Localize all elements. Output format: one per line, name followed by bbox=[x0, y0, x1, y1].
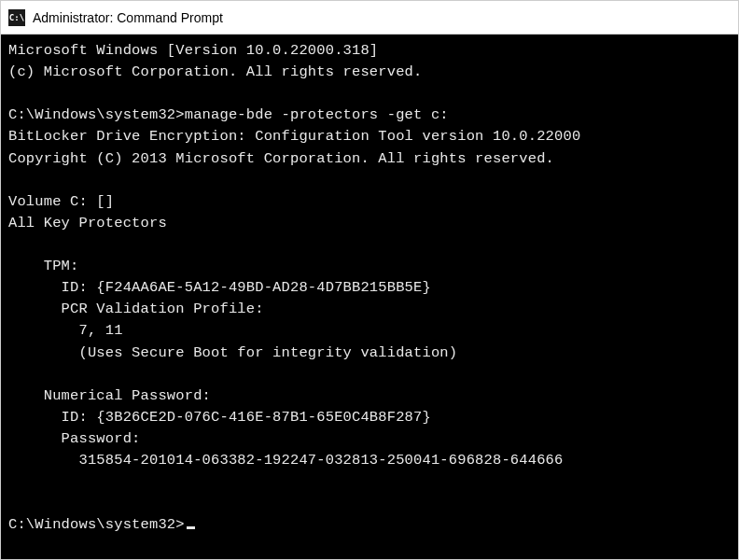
command-prompt-window: C:\ Administrator: Command Prompt Micros… bbox=[0, 0, 739, 560]
cursor bbox=[187, 526, 195, 529]
cmd-icon: C:\ bbox=[8, 9, 25, 26]
tpm-pcr-label: PCR Validation Profile: bbox=[8, 301, 264, 317]
tpm-label: TPM: bbox=[8, 258, 79, 274]
prompt-path: C:\Windows\system32> bbox=[8, 516, 185, 533]
numerical-password-value: 315854-201014-063382-192247-032813-25004… bbox=[8, 452, 563, 469]
titlebar[interactable]: C:\ Administrator: Command Prompt bbox=[1, 1, 738, 35]
copyright-line: (c) Microsoft Corporation. All rights re… bbox=[8, 63, 423, 80]
prompt-path: C:\Windows\system32> bbox=[8, 106, 185, 123]
protectors-header: All Key Protectors bbox=[8, 215, 167, 231]
entered-command: manage-bde -protectors -get c: bbox=[185, 106, 449, 123]
tool-version-line: BitLocker Drive Encryption: Configuratio… bbox=[8, 128, 580, 145]
tpm-pcr-values: 7, 11 bbox=[8, 322, 123, 339]
volume-line: Volume C: [] bbox=[8, 193, 114, 210]
version-line: Microsoft Windows [Version 10.0.22000.31… bbox=[8, 42, 378, 59]
numerical-password-pw-label: Password: bbox=[8, 430, 141, 447]
tpm-pcr-note: (Uses Secure Boot for integrity validati… bbox=[8, 344, 457, 361]
tool-copyright-line: Copyright (C) 2013 Microsoft Corporation… bbox=[8, 150, 554, 167]
terminal-output[interactable]: Microsoft Windows [Version 10.0.22000.31… bbox=[1, 35, 738, 559]
numerical-password-id: ID: {3B26CE2D-076C-416E-87B1-65E0C4B8F28… bbox=[8, 409, 431, 426]
numerical-password-label: Numerical Password: bbox=[8, 387, 211, 404]
tpm-id: ID: {F24AA6AE-5A12-49BD-AD28-4D7BB215BB5… bbox=[8, 279, 431, 296]
window-title: Administrator: Command Prompt bbox=[33, 10, 223, 25]
